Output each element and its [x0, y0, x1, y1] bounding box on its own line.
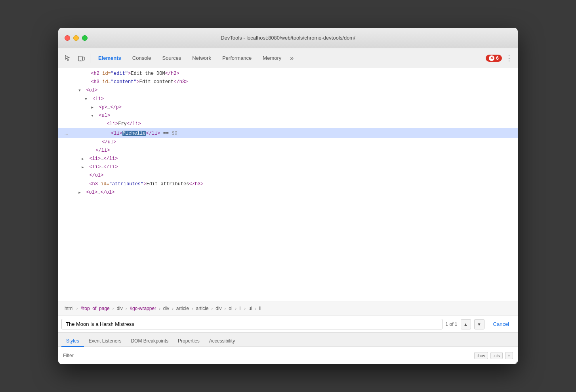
- tab-memory[interactable]: Memory: [257, 53, 287, 63]
- tab-performance[interactable]: Performance: [217, 53, 257, 63]
- tab-event-listeners[interactable]: Event Listeners: [84, 336, 126, 347]
- filter-hov-button[interactable]: :hov: [474, 352, 488, 359]
- inspect-icon[interactable]: [61, 52, 74, 65]
- toolbar-right: ✕ 6 ⋮: [486, 53, 515, 64]
- breadcrumb-li2[interactable]: li: [257, 305, 263, 312]
- triangle-icon[interactable]: [82, 165, 86, 170]
- dom-line-h2[interactable]: ▶ <h2 id="edit">Edit the DOM</h2>: [58, 70, 518, 78]
- dom-line-h3-attributes[interactable]: ▶ <h3 id="attributes">Edit attributes</h…: [58, 180, 518, 188]
- svg-rect-1: [83, 57, 84, 60]
- dom-panel[interactable]: ▶ <h2 id="edit">Edit the DOM</h2> ▶ <h3 …: [58, 68, 518, 301]
- window-title: DevTools - localhost:8080/web/tools/chro…: [221, 35, 355, 41]
- dom-line-p[interactable]: <p>…</p>: [58, 103, 518, 112]
- dom-line-ul-close[interactable]: ▶ </ul>: [58, 138, 518, 147]
- breadcrumb-li[interactable]: li: [238, 305, 243, 312]
- breadcrumb-html[interactable]: html: [63, 305, 75, 312]
- triangle-icon[interactable]: [82, 156, 86, 162]
- devtools-window: DevTools - localhost:8080/web/tools/chro…: [58, 28, 518, 364]
- more-tabs-button[interactable]: »: [287, 52, 297, 64]
- close-button[interactable]: [65, 35, 70, 41]
- tab-properties[interactable]: Properties: [173, 336, 204, 347]
- breadcrumb-gc-wrapper[interactable]: #gc-wrapper: [128, 305, 158, 312]
- bottom-panel: Styles Event Listeners DOM Breakpoints P…: [58, 333, 518, 364]
- more-options-button[interactable]: ⋮: [504, 53, 515, 64]
- dom-line-ol-collapsed[interactable]: <ol>…</ol>: [58, 188, 518, 197]
- traffic-lights: [65, 35, 88, 41]
- tab-accessibility[interactable]: Accessibility: [204, 336, 240, 347]
- filter-cls-button[interactable]: .cls: [490, 352, 503, 359]
- triangle-icon[interactable]: [91, 113, 96, 119]
- tab-styles[interactable]: Styles: [61, 336, 84, 347]
- dom-line-li-fry[interactable]: ▶ <li>Fry</li>: [58, 120, 518, 128]
- dom-line-li-collapsed-2[interactable]: <li>…</li>: [58, 163, 518, 171]
- filter-input[interactable]: [63, 353, 471, 358]
- tab-bar: Elements Console Sources Network Perform…: [93, 52, 485, 64]
- search-next-button[interactable]: ▼: [474, 319, 484, 329]
- tab-sources[interactable]: Sources: [157, 53, 187, 63]
- dom-line-ul[interactable]: <ul>: [58, 112, 518, 120]
- dom-dots: …: [65, 130, 68, 136]
- dom-line-ol-close[interactable]: ▶ </ol>: [58, 171, 518, 180]
- dom-line-li-close[interactable]: ▶ </li>: [58, 147, 518, 155]
- triangle-icon[interactable]: [78, 190, 83, 196]
- toolbar: Elements Console Sources Network Perform…: [58, 48, 518, 68]
- breadcrumb-top-of-page[interactable]: #top_of_page: [79, 305, 111, 312]
- search-count: 1 of 1: [446, 322, 458, 327]
- triangle-icon[interactable]: [85, 97, 90, 102]
- breadcrumb-article1[interactable]: article: [175, 305, 191, 312]
- device-icon[interactable]: [75, 52, 88, 65]
- panel-tabs: Styles Event Listeners DOM Breakpoints P…: [58, 333, 518, 347]
- breadcrumb-div1[interactable]: div: [115, 305, 124, 312]
- breadcrumb-article2[interactable]: article: [195, 305, 210, 312]
- search-prev-button[interactable]: ▲: [461, 319, 471, 329]
- breadcrumb-ul[interactable]: ul: [247, 305, 254, 312]
- breadcrumb-ol[interactable]: ol: [227, 305, 234, 312]
- filter-controls: :hov .cls +: [474, 352, 513, 359]
- breadcrumb-div3[interactable]: div: [214, 305, 223, 312]
- maximize-button[interactable]: [82, 35, 88, 41]
- error-badge[interactable]: ✕ 6: [486, 55, 502, 62]
- tab-elements[interactable]: Elements: [93, 53, 127, 63]
- filter-add-button[interactable]: +: [505, 352, 513, 359]
- triangle-icon[interactable]: [91, 105, 96, 110]
- search-bar: 1 of 1 ▲ ▼ Cancel: [58, 316, 518, 333]
- tab-dom-breakpoints[interactable]: DOM Breakpoints: [126, 336, 173, 347]
- triangle-icon[interactable]: [78, 88, 83, 93]
- search-cancel-button[interactable]: Cancel: [488, 319, 515, 329]
- toolbar-separator: [90, 53, 90, 63]
- error-count: 6: [496, 55, 499, 61]
- dom-line-li-collapsed-1[interactable]: <li>…</li>: [58, 155, 518, 163]
- error-icon: ✕: [489, 55, 494, 61]
- minimize-button[interactable]: [73, 35, 79, 41]
- search-input[interactable]: [61, 319, 442, 329]
- breadcrumb-bar: html › #top_of_page › div › #gc-wrapper …: [58, 301, 518, 316]
- highlighted-michelle: Michelle: [122, 131, 146, 136]
- breadcrumb-div2[interactable]: div: [162, 305, 171, 312]
- dom-line-h3-content[interactable]: ▶ <h3 id="content">Edit content</h3>: [58, 78, 518, 86]
- dom-line-li-outer[interactable]: <li>: [58, 95, 518, 103]
- filter-bar: :hov .cls + ◢: [58, 347, 518, 364]
- dom-line-ol[interactable]: <ol>: [58, 86, 518, 95]
- title-bar: DevTools - localhost:8080/web/tools/chro…: [58, 28, 518, 48]
- tab-console[interactable]: Console: [127, 53, 157, 63]
- dom-line-li-michelle[interactable]: … ▶ <li>Michelle</li> == $0: [58, 128, 518, 138]
- filter-bar-container: :hov .cls + ◢: [58, 347, 518, 364]
- resize-handle[interactable]: ◢: [513, 360, 518, 364]
- tab-network[interactable]: Network: [187, 53, 217, 63]
